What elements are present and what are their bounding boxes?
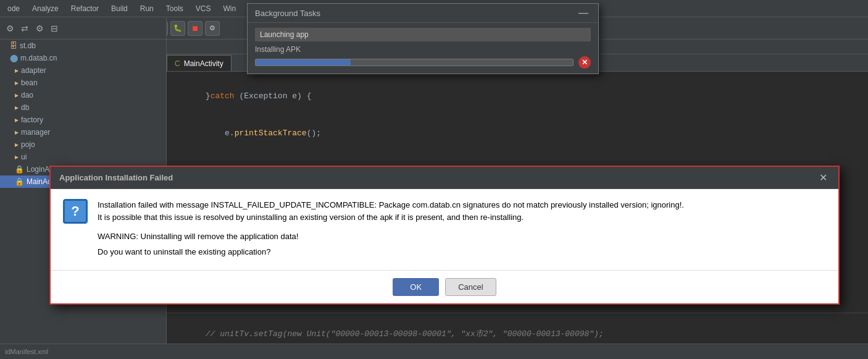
folder-icon-db: ▸ xyxy=(15,103,19,112)
bg-tasks-body: Launching app Installing APK ✕ xyxy=(248,23,598,74)
package-icon: ⬤ xyxy=(10,54,18,62)
bg-task-label: Installing APK xyxy=(255,45,591,54)
folder-icon-pojo: ▸ xyxy=(15,140,19,149)
file-icon: 🗄 xyxy=(10,41,17,50)
menu-vcs[interactable]: VCS xyxy=(193,3,214,14)
lock-icon-2: 🔒 xyxy=(15,177,24,186)
panel-collapse-icon[interactable]: ⊟ xyxy=(48,22,61,35)
bg-tasks-title-bar: Background Tasks — xyxy=(248,4,598,23)
error-dialog-title-bar: Application Installation Failed ✕ xyxy=(51,167,838,189)
tree-item-pojo[interactable]: ▸ pojo xyxy=(0,138,166,151)
bg-task-header: Launching app xyxy=(255,28,591,41)
tree-item-adapter[interactable]: ▸ adapter xyxy=(0,64,166,77)
tab-icon: C xyxy=(175,59,180,68)
cancel-progress-button[interactable]: ✕ xyxy=(578,56,591,69)
panel-settings-icon[interactable]: ⚙ xyxy=(4,22,16,35)
error-dialog-body: ? Installation failed with message INSTA… xyxy=(51,189,838,270)
tree-item-stdb[interactable]: 🗄 st.db xyxy=(0,40,166,52)
menu-tools[interactable]: Tools xyxy=(164,3,186,14)
menu-code[interactable]: ode xyxy=(5,3,22,14)
error-dialog-close-button[interactable]: ✕ xyxy=(817,172,830,184)
error-dialog: Application Installation Failed ✕ ? Inst… xyxy=(49,166,840,305)
menu-window[interactable]: Win xyxy=(221,3,239,14)
error-warning: WARNING: Uninstalling will remove the ap… xyxy=(98,232,826,241)
progress-bar xyxy=(255,59,574,66)
status-text: idManifest.xml xyxy=(5,348,48,355)
tree-item-manager[interactable]: ▸ manager xyxy=(0,126,166,138)
code-line-2: e.printStackTrace(); xyxy=(177,115,858,152)
error-question-icon: ? xyxy=(63,199,88,224)
left-panel-toolbar: ⚙ ⇄ ⚙ ⊟ xyxy=(0,17,166,40)
menu-analyze[interactable]: Analyze xyxy=(30,3,61,14)
bg-tasks-title-label: Background Tasks xyxy=(255,9,320,18)
panel-refresh-icon[interactable]: ⇄ xyxy=(19,22,31,35)
tree-item-db[interactable]: ▸ db xyxy=(0,101,166,114)
error-dialog-title-label: Application Installation Failed xyxy=(59,173,173,182)
error-dialog-footer: OK Cancel xyxy=(51,270,838,303)
bg-tasks-close-button[interactable]: — xyxy=(576,7,591,19)
error-question: Do you want to uninstall the existing ap… xyxy=(98,247,826,256)
error-message: Installation failed with message INSTALL… xyxy=(98,199,826,223)
progress-bar-fill xyxy=(256,59,351,65)
menu-build[interactable]: Build xyxy=(109,3,130,14)
tree-item-bean[interactable]: ▸ bean xyxy=(0,77,166,89)
cancel-button[interactable]: Cancel xyxy=(445,278,496,296)
bottom-code-line-1: // unitTv.setTag(new Unit("00000-00013-0… xyxy=(177,316,858,344)
folder-icon-factory: ▸ xyxy=(15,116,19,124)
folder-icon-adapter: ▸ xyxy=(15,66,19,75)
debug-button[interactable]: 🐛 xyxy=(170,21,185,36)
bottom-code-strip: // unitTv.setTag(new Unit("00000-00013-0… xyxy=(167,313,868,344)
menu-refactor[interactable]: Refactor xyxy=(69,3,101,14)
menu-run[interactable]: Run xyxy=(138,3,156,14)
status-bar: idManifest.xml xyxy=(0,344,868,359)
folder-icon-dao: ▸ xyxy=(15,91,19,99)
tree-item-package[interactable]: ⬤ m.datab.cn xyxy=(0,52,166,64)
toolbar-more[interactable]: ⚙ xyxy=(205,21,220,36)
tree-item-ui[interactable]: ▸ ui xyxy=(0,151,166,163)
tree-item-dao[interactable]: ▸ dao xyxy=(0,89,166,101)
folder-icon-ui: ▸ xyxy=(15,153,19,161)
tab-label: MainActivity xyxy=(184,59,223,68)
lock-icon: 🔒 xyxy=(15,165,24,174)
error-content: Installation failed with message INSTALL… xyxy=(98,199,826,260)
folder-icon-bean: ▸ xyxy=(15,78,19,87)
tab-mainactivity[interactable]: C MainActivity xyxy=(167,55,232,71)
ok-button[interactable]: OK xyxy=(393,278,439,296)
folder-icon-manager: ▸ xyxy=(15,128,19,137)
stop-button[interactable]: ■ xyxy=(188,21,202,36)
tree-item-factory[interactable]: ▸ factory xyxy=(0,114,166,126)
code-line-1: }catch (Exception e) { xyxy=(177,78,858,115)
bg-tasks-dialog: Background Tasks — Launching app Install… xyxy=(247,3,599,74)
panel-gear-icon[interactable]: ⚙ xyxy=(33,22,46,35)
progress-row: ✕ xyxy=(255,56,591,69)
